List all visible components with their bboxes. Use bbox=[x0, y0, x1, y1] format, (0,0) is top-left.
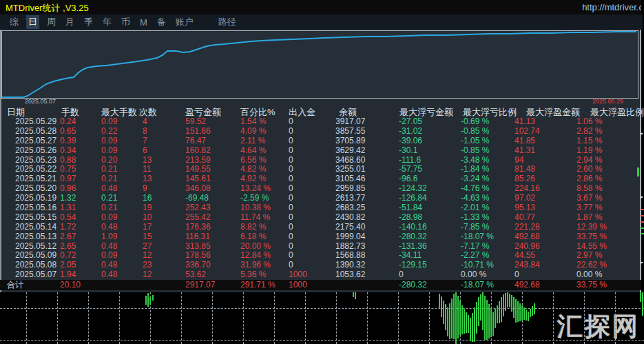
window-url-link[interactable]: http://mtdriver.c bbox=[582, 2, 641, 12]
table-row[interactable]: 2025.05.200.960.489346.0813.24 %02959.85… bbox=[1, 184, 640, 194]
grid-line-vertical bbox=[119, 292, 120, 344]
menu-tab-quarterly[interactable]: 季 bbox=[84, 16, 93, 28]
cell-max-float-loss-pct: -18.07 % bbox=[455, 232, 513, 242]
equity-curve-panel bbox=[1, 30, 638, 99]
menu-tab-account[interactable]: 账户 bbox=[176, 16, 194, 28]
grid-line-vertical bbox=[615, 292, 616, 344]
candlestick bbox=[470, 318, 471, 341]
cell-balance: 3105.46 bbox=[326, 174, 392, 184]
cell-max-float-loss-pct: -0.69 % bbox=[455, 117, 513, 127]
cell-max-float-profit: 243.84 bbox=[513, 261, 575, 270]
cell-max-float-loss-pct: -1.84 % bbox=[455, 165, 513, 174]
cell-max-float-loss-pct: -3.48 % bbox=[455, 156, 513, 165]
table-row[interactable]: 2025.05.230.880.2013213.596.56 %03468.60… bbox=[1, 156, 640, 165]
table-row[interactable]: 2025.05.122.650.4827313.8520.00 %01882.7… bbox=[1, 242, 640, 252]
candlestick bbox=[511, 295, 512, 312]
cell-pct: 4.09 % bbox=[235, 127, 283, 136]
menu-tab-weekly[interactable]: 周 bbox=[47, 16, 56, 28]
table-row[interactable]: 2025.05.191.320.2116-69.48-2.59 %02613.7… bbox=[1, 194, 640, 203]
menu-tab-monthly[interactable]: 月 bbox=[65, 16, 74, 28]
cell-balance: 3629.42 bbox=[326, 146, 392, 156]
candlestick bbox=[523, 307, 525, 320]
cell-pct: 5.36 % bbox=[235, 270, 283, 280]
candlestick bbox=[149, 297, 151, 305]
table-row[interactable]: 2025.05.210.970.2113145.614.92 %03105.46… bbox=[1, 174, 640, 184]
table-row[interactable]: 2025.05.132.671.0915116.316.18 %01999.04… bbox=[1, 232, 640, 242]
cell-balance: 1053.62 bbox=[326, 270, 392, 280]
table-row[interactable]: 2025.05.150.540.0910255.4211.74 %02430.8… bbox=[1, 213, 640, 223]
cell-lots: 0.34 bbox=[54, 146, 96, 156]
candlestick bbox=[147, 293, 149, 307]
cell-lots: 0.75 bbox=[54, 165, 96, 174]
grid-line-vertical bbox=[212, 292, 213, 344]
window-title: MTDriver统计 ,V3.25 bbox=[6, 2, 89, 14]
total-cell-balance bbox=[326, 280, 392, 290]
table-row[interactable]: 2025.05.220.750.2111149.554.82 %03255.01… bbox=[1, 165, 640, 174]
menu-tab-summary[interactable]: 综 bbox=[10, 16, 19, 28]
cell-max-float-profit-pct: 0.00 % bbox=[575, 270, 641, 280]
cell-pct: 4.64 % bbox=[235, 146, 283, 156]
cell-in-out: 0 bbox=[283, 213, 326, 223]
menu-tab-backup[interactable]: 备 bbox=[157, 16, 166, 28]
cell-balance: 3857.55 bbox=[326, 127, 392, 136]
cell-date: 2025.05.29 bbox=[1, 117, 54, 127]
candlestick bbox=[486, 300, 488, 340]
candlestick bbox=[445, 304, 446, 330]
cell-in-out: 0 bbox=[283, 194, 326, 203]
cell-max-float-loss: -129.15 bbox=[392, 261, 455, 270]
cell-lots: 1.31 bbox=[54, 203, 96, 213]
grid-line-vertical bbox=[181, 292, 182, 344]
candlestick bbox=[468, 315, 469, 333]
cell-max-float-loss: -34.11 bbox=[392, 251, 455, 261]
equity-curve-line bbox=[2, 32, 636, 97]
table-row[interactable]: 2025.05.090.720.0912178.5612.84 %01568.8… bbox=[1, 251, 640, 261]
axis-green-dash bbox=[641, 227, 644, 229]
cell-count: 6 bbox=[137, 146, 180, 156]
table-row[interactable]: 2025.05.280.650.228151.664.09 %03857.55-… bbox=[1, 127, 640, 136]
candlestick bbox=[482, 292, 484, 330]
candlestick bbox=[515, 299, 517, 323]
candlestick bbox=[457, 296, 459, 338]
cell-balance: 1568.88 bbox=[326, 251, 392, 261]
table-row[interactable]: 2025.05.260.340.096160.824.64 %03629.42-… bbox=[1, 146, 640, 156]
candlestick bbox=[466, 312, 467, 333]
cell-pct: 12.84 % bbox=[235, 251, 283, 261]
menu-tab-currency[interactable]: 币 bbox=[121, 16, 130, 28]
underlying-kline-chart: 汇探网 bbox=[0, 292, 644, 344]
cell-pct: 11.74 % bbox=[235, 213, 283, 223]
cell-max-float-profit: 102.74 bbox=[513, 127, 575, 136]
axis-red-dash bbox=[641, 221, 644, 223]
cell-pct: 4.92 % bbox=[235, 174, 283, 184]
total-cell-pnl: 2917.07 bbox=[180, 280, 235, 290]
menu-tab-daily[interactable]: 日 bbox=[26, 15, 39, 29]
table-row[interactable]: 2025.05.141.720.4817176.368.82 %02175.40… bbox=[1, 223, 640, 232]
table-row[interactable]: 2025.05.290.240.09459.521.54 %03917.07-2… bbox=[1, 117, 640, 127]
table-row[interactable]: 2025.05.270.390.09776.472.11 %03705.89-3… bbox=[1, 136, 640, 146]
cell-balance: 1999.04 bbox=[326, 232, 392, 242]
axis-tick bbox=[640, 196, 643, 198]
cell-max-float-profit: 240.96 bbox=[513, 242, 575, 252]
cell-max-float-loss: -51.84 bbox=[392, 203, 455, 213]
cell-max-lots: 0.48 bbox=[96, 261, 137, 270]
menu-path[interactable]: 路径 bbox=[218, 16, 236, 28]
cell-pct: 10.38 % bbox=[235, 203, 283, 213]
cell-pct: 31.96 % bbox=[235, 261, 283, 270]
cell-in-out: 0 bbox=[283, 117, 326, 127]
grid-line-vertical bbox=[274, 292, 275, 344]
table-row[interactable]: 2025.05.161.310.2119252.4310.38 %02683.2… bbox=[1, 203, 640, 213]
menu-tab-yearly[interactable]: 年 bbox=[103, 16, 112, 28]
cell-count: 9 bbox=[137, 184, 180, 194]
candlestick bbox=[355, 292, 356, 299]
table-row[interactable]: 2025.05.071.940.481253.625.36 %10001053.… bbox=[1, 270, 640, 280]
table-row[interactable]: 2025.05.082.050.4823336.7031.96 %01390.3… bbox=[1, 261, 640, 270]
candlestick bbox=[495, 309, 496, 328]
total-cell-max-float-loss: -280.32 bbox=[392, 280, 455, 290]
table-body: 2025.05.290.240.09459.521.54 %03917.07-2… bbox=[1, 117, 640, 280]
candlestick bbox=[441, 296, 442, 317]
cell-lots: 0.72 bbox=[54, 251, 96, 261]
menu-tab-m[interactable]: M bbox=[140, 17, 147, 28]
cell-pct: 6.56 % bbox=[235, 156, 283, 165]
cell-max-float-loss: -126.84 bbox=[392, 194, 455, 203]
cell-date: 2025.05.19 bbox=[1, 194, 54, 203]
cell-lots: 0.65 bbox=[54, 127, 96, 136]
